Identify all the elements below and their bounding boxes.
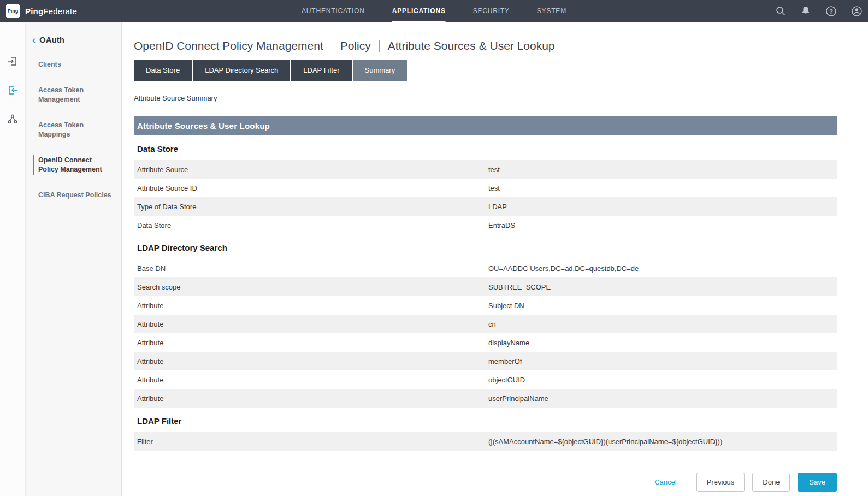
nav-applications[interactable]: APPLICATIONS (392, 0, 446, 22)
summary-row: Attributecn (134, 315, 837, 333)
integration-icon[interactable] (7, 56, 18, 67)
summary-row: AttributeuserPrincipalName (134, 389, 837, 408)
row-label: Data Store (134, 221, 488, 229)
sidebar-item-access-token-mappings[interactable]: Access Token Mappings (26, 113, 121, 147)
cancel-link[interactable]: Cancel (654, 478, 676, 486)
row-value: EntraDS (488, 221, 837, 229)
breadcrumb-segment: OpenID Connect Policy Management (134, 39, 323, 52)
sidebar-item-openid-connect-policy-management[interactable]: OpenID Connect Policy Management (26, 147, 121, 182)
help-icon[interactable]: ? (825, 5, 837, 17)
row-label: Attribute Source (134, 166, 488, 174)
breadcrumb-segment: Attribute Sources & User Lookup (388, 39, 555, 52)
row-value: test (488, 184, 837, 192)
summary-row: Filter(|(sAMAccountName=${objectGUID})(u… (134, 432, 837, 451)
summary-row: Base DNOU=AADDC Users,DC=ad,DC=questdb,D… (134, 259, 837, 277)
row-value: LDAP (488, 203, 837, 211)
summary-label: Attribute Source Summary (134, 94, 837, 102)
row-label: Attribute (134, 339, 488, 347)
brand-bold: Ping (25, 7, 43, 16)
ping-logo: Ping (6, 4, 20, 18)
nav-authentication[interactable]: AUTHENTICATION (302, 0, 365, 22)
notifications-icon[interactable] (800, 5, 811, 16)
sidebar-item-clients[interactable]: Clients (26, 52, 121, 78)
row-label: Attribute (134, 376, 488, 384)
row-value: userPrincipalName (488, 394, 837, 403)
summary-row: AttributeobjectGUID (134, 370, 837, 389)
brand-rest: Federate (43, 7, 77, 16)
summary-row: AttributedisplayName (134, 333, 837, 352)
sidebar-items: ClientsAccess Token ManagementAccess Tok… (26, 52, 121, 208)
nav-system[interactable]: SYSTEM (537, 0, 566, 22)
row-label: Type of Data Store (134, 203, 488, 211)
row-label: Attribute Source ID (134, 184, 488, 192)
save-button[interactable]: Save (798, 473, 837, 492)
breadcrumb-divider (379, 40, 380, 52)
sidebar: ‹ OAuth ClientsAccess Token ManagementAc… (26, 22, 122, 496)
done-button[interactable]: Done (752, 473, 790, 492)
summary-row: Data StoreEntraDS (134, 216, 837, 234)
row-label: Attribute (134, 394, 488, 403)
connections-icon[interactable] (7, 114, 18, 125)
summary-row: Type of Data StoreLDAP (134, 197, 837, 216)
section-heading: LDAP Directory Search (137, 241, 837, 255)
sidebar-back-label: OAuth (39, 35, 64, 44)
row-value: memberOf (488, 357, 837, 365)
tab-bar: Data StoreLDAP Directory SearchLDAP Filt… (134, 60, 837, 81)
row-value: OU=AADDC Users,DC=ad,DC=questdb,DC=de (488, 264, 837, 273)
account-icon[interactable] (851, 5, 863, 17)
breadcrumb-divider (332, 40, 332, 52)
row-value: objectGUID (488, 376, 837, 384)
summary-row: Attribute Sourcetest (134, 160, 837, 179)
sidebar-back-oauth[interactable]: ‹ OAuth (26, 22, 121, 52)
search-icon[interactable] (775, 5, 786, 16)
svg-text:?: ? (829, 8, 833, 14)
oauth-icon[interactable] (7, 85, 18, 96)
brand-title: PingFederate (25, 7, 77, 16)
summary-row: Attribute Source IDtest (134, 179, 837, 197)
row-value: cn (488, 320, 837, 328)
section-heading: LDAP Filter (137, 415, 837, 428)
main-content: OpenID Connect Policy ManagementPolicyAt… (122, 22, 868, 496)
summary-sections: Data StoreAttribute SourcetestAttribute … (134, 143, 837, 451)
nav-security[interactable]: SECURITY (473, 0, 510, 22)
breadcrumb-segment: Policy (340, 39, 371, 52)
row-label: Attribute (134, 357, 488, 365)
panel-header: Attribute Sources & User Lookup (134, 116, 837, 135)
app-body: ‹ OAuth ClientsAccess Token ManagementAc… (0, 22, 868, 496)
row-label: Base DN (134, 264, 488, 273)
summary-row: AttributememberOf (134, 352, 837, 370)
row-label: Filter (134, 438, 488, 446)
top-bar: Ping PingFederate AUTHENTICATIONAPPLICAT… (0, 0, 868, 22)
top-nav: AUTHENTICATIONAPPLICATIONSSECURITYSYSTEM (302, 0, 566, 22)
chevron-left-icon: ‹ (32, 36, 36, 44)
sidebar-item-ciba-request-policies[interactable]: CIBA Request Policies (26, 182, 121, 208)
row-value: test (488, 166, 837, 174)
tab-data-store[interactable]: Data Store (134, 60, 192, 81)
tab-summary[interactable]: Summary (353, 60, 408, 81)
row-value: SUBTREE_SCOPE (488, 283, 837, 291)
row-label: Attribute (134, 302, 488, 310)
tab-ldap-filter[interactable]: LDAP Filter (291, 60, 351, 81)
footer-actions: Cancel Previous Done Save (134, 473, 837, 496)
row-value: Subject DN (488, 302, 837, 310)
row-label: Search scope (134, 283, 488, 291)
summary-row: AttributeSubject DN (134, 296, 837, 315)
sidebar-item-access-token-management[interactable]: Access Token Management (26, 78, 121, 113)
row-value: (|(sAMAccountName=${objectGUID})(userPri… (488, 438, 837, 446)
icon-rail (0, 22, 26, 496)
row-label: Attribute (134, 320, 488, 328)
summary-row: Search scopeSUBTREE_SCOPE (134, 277, 837, 296)
row-value: displayName (488, 339, 837, 347)
top-icons: ? (775, 5, 863, 17)
tab-ldap-directory-search[interactable]: LDAP Directory Search (193, 60, 290, 81)
section-heading: Data Store (137, 143, 837, 156)
page-title: OpenID Connect Policy ManagementPolicyAt… (134, 39, 837, 52)
previous-button[interactable]: Previous (696, 473, 745, 492)
